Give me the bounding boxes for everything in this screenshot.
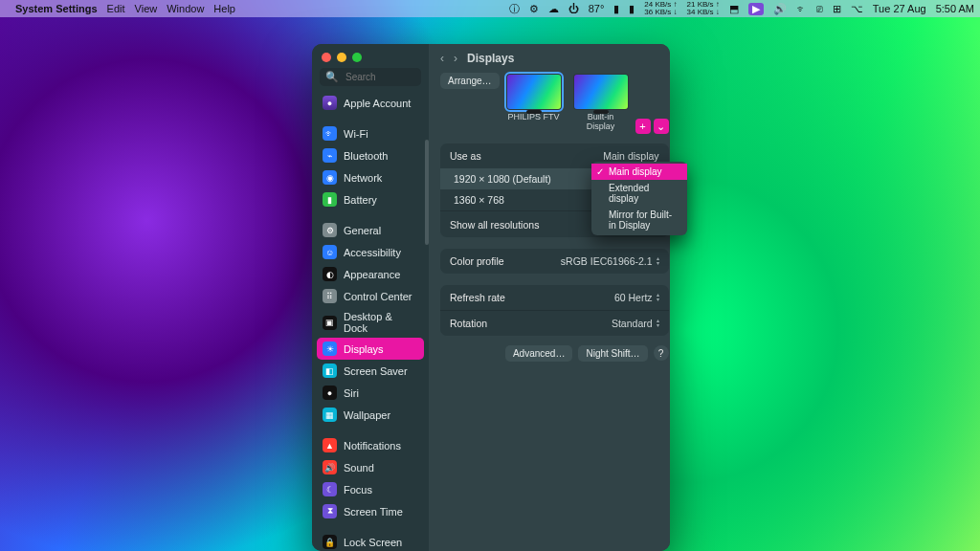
- sidebar-item-general[interactable]: ⚙General: [317, 219, 424, 241]
- status-icon[interactable]: ⎚: [816, 3, 823, 14]
- night-shift-button[interactable]: Night Shift…: [578, 345, 647, 362]
- screensaver-icon: ◧: [323, 364, 337, 378]
- back-button[interactable]: ‹: [440, 52, 444, 65]
- sidebar-item-network[interactable]: ◉Network: [317, 166, 424, 188]
- sidebar-item-bluetooth[interactable]: ⌁Bluetooth: [317, 144, 424, 166]
- sidebar-search[interactable]: 🔍: [320, 68, 421, 86]
- net-stats-2[interactable]: 21 KB/s ↑34 KB/s ↓: [687, 1, 720, 16]
- sidebar-item-screen-time[interactable]: ⧗Screen Time: [317, 500, 424, 522]
- dropdown-option-mirror[interactable]: Mirror for Built-in Display: [591, 207, 687, 233]
- app-menu[interactable]: System Settings: [15, 3, 98, 14]
- sidebar-item-displays[interactable]: ☀Displays: [317, 338, 424, 360]
- status-icon[interactable]: ⚙: [529, 3, 539, 15]
- search-icon: 🔍: [325, 71, 339, 83]
- sidebar-item-battery[interactable]: ▮Battery: [317, 188, 424, 210]
- menu-help[interactable]: Help: [213, 3, 235, 14]
- menubar-time[interactable]: 5:50 AM: [936, 3, 974, 14]
- sidebar-item-desktop-dock[interactable]: ▣Desktop & Dock: [317, 307, 424, 338]
- sidebar-item-screen-saver[interactable]: ◧Screen Saver: [317, 360, 424, 382]
- use-as-popup[interactable]: Main display: [603, 150, 658, 162]
- window-controls: [312, 44, 429, 68]
- sidebar-item-label: Screen Saver: [344, 365, 408, 377]
- show-all-label: Show all resolutions: [450, 219, 539, 231]
- color-profile-panel: Color profile sRGB IEC61966-2.1▴▾: [440, 249, 669, 274]
- status-icon[interactable]: ⊞: [833, 3, 841, 15]
- close-icon[interactable]: [322, 53, 331, 62]
- use-as-dropdown: Main display Extended display Mirror for…: [591, 162, 687, 235]
- menu-view[interactable]: View: [135, 3, 158, 14]
- sidebar-item-label: Appearance: [344, 269, 400, 280]
- sidebar-item-label: Battery: [344, 194, 377, 206]
- temperature[interactable]: 87°: [589, 3, 605, 14]
- footer-buttons: Advanced… Night Shift… ?: [429, 342, 670, 365]
- sidebar-item-focus[interactable]: ☾Focus: [317, 478, 424, 500]
- sidebar-item-notifications[interactable]: ▲Notifications: [317, 434, 424, 456]
- screentime-icon: ⧗: [323, 504, 337, 518]
- advanced-button[interactable]: Advanced…: [505, 345, 572, 362]
- wifi-icon: ᯤ: [323, 126, 337, 141]
- volume-icon[interactable]: 🔊: [773, 3, 787, 15]
- forward-button[interactable]: ›: [454, 52, 457, 65]
- status-icon[interactable]: ⏻: [568, 3, 579, 14]
- sidebar-item-label: Notifications: [344, 440, 401, 452]
- battery-icon[interactable]: ▮: [629, 3, 635, 15]
- search-input[interactable]: [344, 71, 424, 83]
- sidebar-item-label: Bluetooth: [344, 150, 388, 162]
- control-center-icon[interactable]: ⌥: [851, 3, 863, 15]
- sidebar-item-wifi[interactable]: ᯤWi-Fi: [317, 122, 424, 144]
- sidebar-item-siri[interactable]: ●Siri: [317, 382, 424, 404]
- display-label-1: PHILIPS FTV: [507, 112, 561, 131]
- net-stats-1[interactable]: 24 KB/s ↑36 KB/s ↓: [644, 1, 677, 16]
- notifications-icon: ▲: [323, 438, 337, 452]
- menu-edit[interactable]: Edit: [107, 3, 125, 14]
- sidebar-item-wallpaper[interactable]: ▦Wallpaper: [317, 404, 424, 426]
- sidebar-list: ●Apple Account ᯤWi-Fi ⌁Bluetooth ◉Networ…: [312, 92, 429, 551]
- sidebar-item-accessibility[interactable]: ☺Accessibility: [317, 241, 424, 263]
- help-button[interactable]: ?: [654, 345, 669, 361]
- minimize-icon[interactable]: [337, 53, 346, 62]
- rotation-popup[interactable]: Standard▴▾: [612, 318, 659, 329]
- status-icon[interactable]: ☁︎: [548, 3, 559, 15]
- color-profile-label: Color profile: [450, 255, 504, 267]
- display-thumb-1[interactable]: [507, 75, 561, 109]
- wifi-icon[interactable]: ᯤ: [796, 3, 807, 14]
- sidebar-item-label: Network: [344, 172, 382, 184]
- zoom-icon[interactable]: [352, 53, 362, 62]
- arrange-button[interactable]: Arrange…: [440, 73, 500, 89]
- battery-icon[interactable]: ▮: [613, 3, 619, 15]
- sidebar: 🔍 ●Apple Account ᯤWi-Fi ⌁Bluetooth ◉Netw…: [312, 44, 429, 551]
- main-pane: ‹ › Displays Arrange… PHILIPS FTV Built-…: [429, 44, 670, 551]
- lock-icon: 🔒: [323, 535, 337, 549]
- dock-icon: ▣: [323, 316, 337, 330]
- battery-icon: ▮: [323, 192, 337, 207]
- display-menu-button[interactable]: ⌄: [654, 119, 669, 134]
- sidebar-item-sound[interactable]: 🔊Sound: [317, 456, 424, 478]
- display-label-2: Built-in Display: [574, 112, 628, 131]
- menubar-date[interactable]: Tue 27 Aug: [873, 3, 926, 14]
- appearance-icon: ◐: [323, 267, 337, 281]
- status-icon[interactable]: ⬒: [729, 3, 739, 15]
- dropdown-option-main[interactable]: Main display: [591, 164, 687, 180]
- use-as-label: Use as: [450, 150, 481, 162]
- refresh-label: Refresh rate: [450, 292, 505, 303]
- add-display-button[interactable]: +: [635, 119, 651, 134]
- dropdown-option-extended[interactable]: Extended display: [591, 180, 687, 207]
- desktop-wallpaper: System Settings Edit View Window Help ⓘ …: [0, 0, 980, 551]
- status-icon[interactable]: ⓘ: [509, 2, 520, 16]
- page-title: Displays: [467, 52, 514, 65]
- display-thumb-2[interactable]: [574, 75, 628, 109]
- refresh-rotation-panel: Refresh rate 60 Hertz▴▾ Rotation Standar…: [440, 285, 669, 336]
- sidebar-item-apple-account[interactable]: ●Apple Account: [317, 92, 424, 114]
- status-badge[interactable]: ▶: [748, 3, 764, 15]
- sidebar-item-lock-screen[interactable]: 🔒Lock Screen: [317, 531, 424, 551]
- sidebar-item-label: Apple Account: [344, 98, 411, 109]
- sidebar-item-appearance[interactable]: ◐Appearance: [317, 263, 424, 285]
- color-profile-popup[interactable]: sRGB IEC61966-2.1▴▾: [561, 255, 659, 267]
- sidebar-item-label: Sound: [344, 462, 374, 474]
- sidebar-item-control-center[interactable]: ⠿Control Center: [317, 285, 424, 307]
- menu-window[interactable]: Window: [167, 3, 204, 14]
- displays-icon: ☀: [323, 342, 337, 356]
- gear-icon: ⚙: [323, 223, 337, 237]
- refresh-popup[interactable]: 60 Hertz▴▾: [614, 292, 659, 303]
- control-center-icon: ⠿: [323, 289, 337, 303]
